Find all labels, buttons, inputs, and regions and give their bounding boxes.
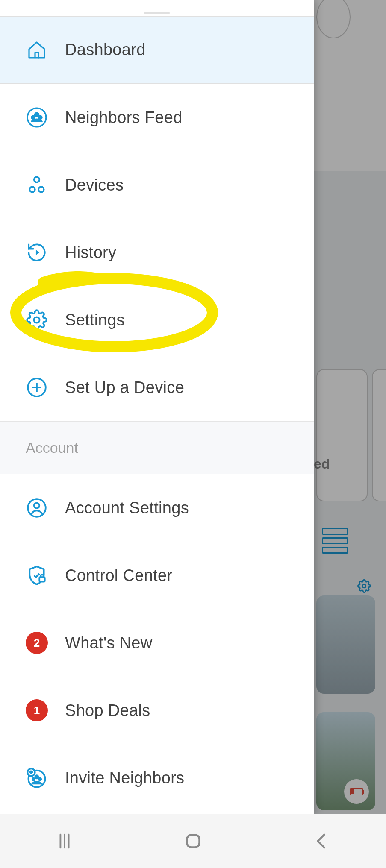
drawer-handle-area (0, 0, 314, 16)
svg-rect-17 (39, 577, 45, 581)
nav-label: Devices (65, 176, 124, 194)
plus-circle-icon (26, 376, 48, 399)
notification-badge: 2 (26, 632, 48, 654)
nav-item-invite-neighbors[interactable]: Invite Neighbors (0, 744, 314, 812)
svg-point-9 (38, 187, 44, 192)
nav-label: Control Center (65, 566, 172, 585)
nav-item-account-settings[interactable]: Account Settings (0, 474, 314, 542)
devices-icon (26, 174, 48, 196)
svg-point-20 (32, 777, 35, 781)
svg-point-8 (29, 187, 35, 192)
nav-label: Settings (65, 311, 125, 329)
nav-item-dashboard[interactable]: Dashboard (0, 16, 314, 84)
svg-point-21 (38, 777, 42, 781)
neighbors-icon (26, 106, 48, 129)
nav-item-control-center[interactable]: Control Center (0, 542, 314, 609)
nav-item-devices[interactable]: Devices (0, 151, 314, 219)
nav-label: What's New (65, 634, 153, 652)
svg-marker-10 (36, 250, 39, 255)
badge-icon: 1 (26, 699, 48, 721)
badge-icon: 2 (26, 632, 48, 654)
drag-handle[interactable] (144, 12, 170, 14)
android-home-button[interactable] (176, 828, 210, 854)
nav-item-whats-new[interactable]: 2 What's New (0, 609, 314, 677)
nav-label: Set Up a Device (65, 378, 184, 397)
nav-label: Account Settings (65, 499, 189, 517)
svg-point-19 (35, 775, 39, 779)
history-icon (26, 241, 48, 264)
svg-point-6 (39, 116, 42, 119)
svg-point-16 (34, 503, 40, 509)
nav-item-neighbors-feed[interactable]: Neighbors Feed (0, 84, 314, 151)
nav-label: Shop Deals (65, 701, 150, 720)
screen: Used (0, 0, 386, 868)
gear-icon (26, 309, 48, 331)
navigation-drawer: Dashboard Neighbors Feed Devices History (0, 0, 314, 814)
android-nav-bar (0, 814, 386, 868)
invite-neighbors-icon (26, 767, 48, 789)
nav-label: Dashboard (65, 41, 146, 59)
nav-item-set-up-device[interactable]: Set Up a Device (0, 354, 314, 421)
android-back-button[interactable] (305, 828, 339, 854)
person-icon (26, 497, 48, 519)
shield-lock-icon (26, 564, 48, 586)
section-header-label: Account (26, 440, 78, 456)
section-header-account: Account (0, 421, 314, 474)
nav-label: History (65, 243, 116, 262)
svg-point-4 (35, 113, 38, 117)
nav-label: Invite Neighbors (65, 769, 184, 787)
nav-label: Neighbors Feed (65, 108, 183, 127)
android-recent-button[interactable] (47, 828, 82, 854)
svg-rect-29 (187, 835, 199, 847)
svg-point-7 (34, 177, 40, 182)
nav-item-history[interactable]: History (0, 219, 314, 286)
svg-point-11 (34, 317, 39, 323)
notification-badge: 1 (26, 699, 48, 721)
nav-item-shop-deals[interactable]: 1 Shop Deals (0, 677, 314, 744)
nav-item-settings[interactable]: Settings (0, 286, 314, 354)
home-icon (26, 39, 48, 61)
svg-point-5 (32, 116, 35, 119)
